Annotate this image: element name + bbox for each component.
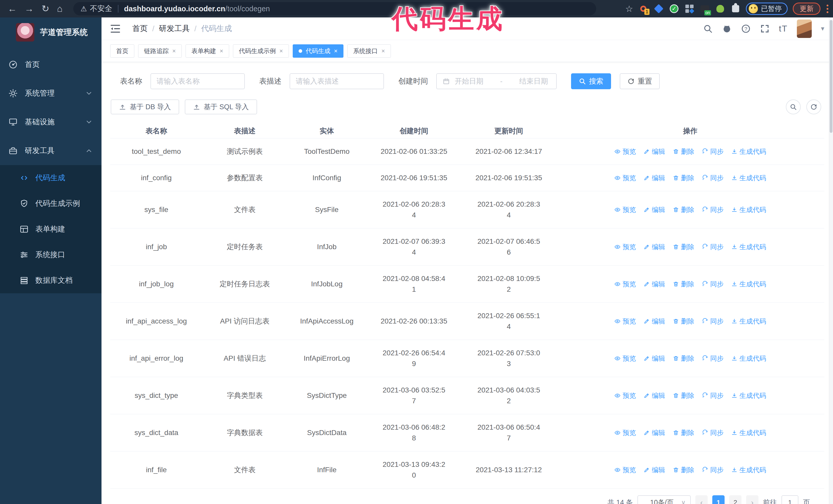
table-desc-input[interactable] xyxy=(290,73,384,89)
github-icon[interactable] xyxy=(722,24,732,33)
page-number-button[interactable]: 2 xyxy=(729,495,741,504)
extension-grid-icon[interactable] xyxy=(684,4,695,14)
reload-icon[interactable]: ↻ xyxy=(42,4,49,13)
tab[interactable]: 首页 xyxy=(110,44,134,58)
delete-link[interactable]: 删除 xyxy=(673,391,694,401)
end-date-placeholder[interactable]: 结束日期 xyxy=(509,76,551,86)
extension-dark-icon[interactable]: on xyxy=(700,4,710,14)
sync-link[interactable]: 同步 xyxy=(702,354,723,363)
sidebar-submenu-item[interactable]: 代码生成示例 xyxy=(0,191,101,216)
search-icon[interactable] xyxy=(703,24,713,33)
app-logo-row[interactable]: 芋道管理系统 xyxy=(0,18,101,42)
preview-link[interactable]: 预览 xyxy=(614,205,636,215)
tab[interactable]: 代码生成示例 xyxy=(233,44,289,58)
profile-paused-badge[interactable]: 已暂停 xyxy=(746,3,788,15)
goto-page-input[interactable] xyxy=(782,495,799,504)
preview-link[interactable]: 预览 xyxy=(614,242,636,252)
sync-link[interactable]: 同步 xyxy=(702,173,723,183)
help-icon[interactable]: ? xyxy=(741,24,751,33)
tab-close-icon[interactable] xyxy=(334,48,337,54)
home-icon[interactable]: ⌂ xyxy=(57,4,63,13)
scrollbar-thumb[interactable] xyxy=(830,20,832,133)
delete-link[interactable]: 删除 xyxy=(673,147,694,157)
edit-link[interactable]: 编辑 xyxy=(644,173,665,183)
fullscreen-icon[interactable] xyxy=(760,24,770,33)
generate-code-link[interactable]: 生成代码 xyxy=(731,205,766,215)
delete-link[interactable]: 删除 xyxy=(673,316,694,326)
edit-link[interactable]: 编辑 xyxy=(644,465,665,475)
extension-adblock-icon[interactable]: 1 xyxy=(638,4,648,14)
tab-close-icon[interactable] xyxy=(279,48,283,54)
page-number-button[interactable]: 1 xyxy=(712,495,724,504)
preview-link[interactable]: 预览 xyxy=(614,316,636,326)
delete-link[interactable]: 删除 xyxy=(673,279,694,289)
delete-link[interactable]: 删除 xyxy=(673,242,694,252)
sidebar-menu-item[interactable]: 研发工具 xyxy=(0,136,101,165)
browser-menu-icon[interactable] xyxy=(827,5,828,13)
edit-link[interactable]: 编辑 xyxy=(644,391,665,401)
sidebar-submenu-item[interactable]: 数据库文档 xyxy=(0,268,101,293)
generate-code-link[interactable]: 生成代码 xyxy=(731,391,766,401)
sync-link[interactable]: 同步 xyxy=(702,205,723,215)
refresh-table-button[interactable] xyxy=(806,99,821,114)
reset-button[interactable]: 重置 xyxy=(620,73,660,89)
avatar-dropdown-icon[interactable] xyxy=(821,25,824,32)
sidebar-menu-item[interactable]: 基础设施 xyxy=(0,108,101,136)
edit-link[interactable]: 编辑 xyxy=(644,242,665,252)
sync-link[interactable]: 同步 xyxy=(702,147,723,157)
tab[interactable]: 表单构建 xyxy=(186,44,229,58)
search-button[interactable]: 搜索 xyxy=(571,73,611,89)
sidebar-submenu-item[interactable]: 代码生成 xyxy=(0,165,101,191)
back-icon[interactable]: ← xyxy=(8,4,17,13)
import-db-button[interactable]: 基于 DB 导入 xyxy=(111,99,179,114)
extension-check-icon[interactable]: ✓ xyxy=(669,4,679,14)
edit-link[interactable]: 编辑 xyxy=(644,147,665,157)
edit-link[interactable]: 编辑 xyxy=(644,205,665,215)
generate-code-link[interactable]: 生成代码 xyxy=(731,465,766,475)
delete-link[interactable]: 删除 xyxy=(673,205,694,215)
edit-link[interactable]: 编辑 xyxy=(644,354,665,363)
extensions-puzzle-icon[interactable] xyxy=(731,4,741,14)
delete-link[interactable]: 删除 xyxy=(673,428,694,438)
hamburger-icon[interactable] xyxy=(110,24,120,33)
sync-link[interactable]: 同步 xyxy=(702,279,723,289)
preview-link[interactable]: 预览 xyxy=(614,391,636,401)
date-range-picker[interactable]: 开始日期 - 结束日期 xyxy=(436,73,557,89)
delete-link[interactable]: 删除 xyxy=(673,173,694,183)
generate-code-link[interactable]: 生成代码 xyxy=(731,316,766,326)
import-sql-button[interactable]: 基于 SQL 导入 xyxy=(185,99,257,114)
table-name-input[interactable] xyxy=(150,73,245,89)
next-page-button[interactable] xyxy=(746,495,758,504)
generate-code-link[interactable]: 生成代码 xyxy=(731,354,766,363)
prev-page-button[interactable] xyxy=(695,495,708,504)
breadcrumb-item[interactable]: 首页 xyxy=(132,23,148,34)
sync-link[interactable]: 同步 xyxy=(702,316,723,326)
preview-link[interactable]: 预览 xyxy=(614,428,636,438)
preview-link[interactable]: 预览 xyxy=(614,354,636,363)
generate-code-link[interactable]: 生成代码 xyxy=(731,279,766,289)
edit-link[interactable]: 编辑 xyxy=(644,316,665,326)
sync-link[interactable]: 同步 xyxy=(702,391,723,401)
sidebar-submenu-item[interactable]: 系统接口 xyxy=(0,242,101,268)
extension-gem-icon[interactable] xyxy=(653,4,664,14)
start-date-placeholder[interactable]: 开始日期 xyxy=(455,76,493,86)
preview-link[interactable]: 预览 xyxy=(614,465,636,475)
user-avatar[interactable] xyxy=(797,20,812,38)
tab-close-icon[interactable] xyxy=(381,48,385,54)
extension-droid-icon[interactable] xyxy=(715,4,725,14)
preview-link[interactable]: 预览 xyxy=(614,173,636,183)
sync-link[interactable]: 同步 xyxy=(702,242,723,252)
tab-close-icon[interactable] xyxy=(172,48,176,54)
text-size-icon[interactable]: tT xyxy=(779,24,788,33)
breadcrumb-item[interactable]: 研发工具 xyxy=(159,23,190,34)
generate-code-link[interactable]: 生成代码 xyxy=(731,242,766,252)
bookmark-star-icon[interactable]: ☆ xyxy=(625,4,633,14)
toggle-search-button[interactable] xyxy=(786,99,801,114)
edit-link[interactable]: 编辑 xyxy=(644,279,665,289)
preview-link[interactable]: 预览 xyxy=(614,147,636,157)
tab-close-icon[interactable] xyxy=(220,48,223,54)
sidebar-submenu-item[interactable]: 表单构建 xyxy=(0,216,101,242)
tab[interactable]: 系统接口 xyxy=(347,44,391,58)
sync-link[interactable]: 同步 xyxy=(702,465,723,475)
edit-link[interactable]: 编辑 xyxy=(644,428,665,438)
